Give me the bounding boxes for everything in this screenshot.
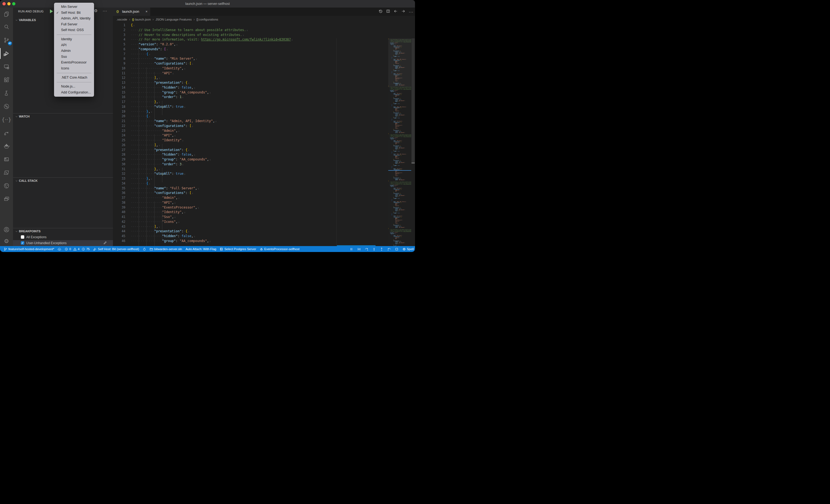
search-icon[interactable] bbox=[0, 21, 13, 33]
breadcrumb-separator: › bbox=[129, 18, 130, 21]
window-layers-icon[interactable] bbox=[0, 193, 13, 206]
status-item-flame[interactable] bbox=[143, 247, 146, 251]
menu-separator bbox=[57, 82, 91, 82]
menu-item--net-core-attach[interactable]: .NET Core Attach bbox=[54, 75, 94, 81]
tab-launch-json[interactable]: {} launch.json × bbox=[113, 7, 150, 16]
menu-item-node-js-[interactable]: Node.js... bbox=[54, 84, 94, 90]
status-item-eventsprocessor-selfhost[interactable]: EventsProcessor-selfhost bbox=[260, 247, 299, 251]
pencil-icon[interactable] bbox=[103, 241, 107, 245]
debug-control-step-into-icon[interactable] bbox=[372, 247, 376, 251]
debug-control-step-out-icon[interactable] bbox=[380, 247, 383, 251]
code-line: ····"version":·"0.2.0",↓ bbox=[131, 42, 293, 47]
scm-badge: 47 bbox=[8, 41, 12, 45]
menu-item-self-host-bit[interactable]: ✓Self Host: Bit bbox=[54, 10, 94, 16]
status-item-spell-checker[interactable]: ⚙Spell bbox=[403, 247, 414, 251]
testing-icon[interactable] bbox=[0, 87, 13, 100]
code-content: {↓····//·Use·IntelliSense·to·learn·about… bbox=[131, 23, 293, 244]
editor-scrollbar[interactable] bbox=[411, 38, 415, 246]
menu-item-admin-api-identity[interactable]: Admin, API, Identity bbox=[54, 16, 94, 22]
gear-icon[interactable]: ⚙ bbox=[94, 8, 98, 13]
code-line: ····//·Hover·to·view·descriptions·of·exi… bbox=[131, 33, 293, 38]
menu-item-identity[interactable]: Identity bbox=[54, 36, 94, 42]
code-line: ········{↓ bbox=[131, 52, 293, 57]
code-line: ················"API",↓ bbox=[131, 133, 293, 138]
code-editor[interactable]: 1234567891011121314151617181920212223242… bbox=[113, 23, 415, 246]
code-line: ················"hidden":·false,↓ bbox=[131, 86, 293, 90]
status-item-4[interactable]: 4 bbox=[73, 247, 79, 251]
minimap[interactable]: {↓····//·Use·IntelliSense·to·learn·about… bbox=[388, 38, 411, 246]
status-item-0[interactable]: 0 bbox=[65, 247, 71, 251]
indent-guide bbox=[154, 72, 155, 125]
status-item-75[interactable]: 75 bbox=[82, 247, 90, 251]
navigate-back-icon[interactable] bbox=[394, 9, 398, 14]
code-line: ············"name":·"Min·Server",↓ bbox=[131, 57, 293, 61]
section-header-watch[interactable]: WATCH bbox=[13, 114, 113, 120]
status-item-cloud-upload[interactable] bbox=[58, 247, 61, 251]
dev-container-icon[interactable] bbox=[0, 153, 13, 166]
status-item-self-host-bit-server-selfhost[interactable]: Self Host: Bit (server-selfhost) bbox=[93, 247, 139, 251]
code-line: ················"order":·3↓ bbox=[131, 162, 293, 167]
timeline-history-icon[interactable] bbox=[379, 9, 383, 14]
debug-control-pause-icon[interactable] bbox=[350, 247, 353, 251]
sidebar-title: RUN AND DEBUG bbox=[18, 10, 43, 13]
menu-item-eventsprocessor[interactable]: EventsProcessor bbox=[54, 60, 94, 66]
chevron-down-icon bbox=[15, 19, 18, 22]
source-control-icon[interactable]: 47 bbox=[0, 34, 13, 47]
menu-item-self-host-oss[interactable]: Self Host: OSS bbox=[54, 27, 94, 33]
code-line: ················"group":·"AA_compounds",… bbox=[131, 90, 293, 95]
checkbox[interactable]: ✓ bbox=[21, 241, 24, 245]
debug-control-continue-icon[interactable] bbox=[357, 247, 361, 251]
powershell-icon[interactable] bbox=[0, 166, 13, 179]
scrollbar-slider[interactable] bbox=[412, 38, 415, 163]
status-item-bitwarden-server-sln[interactable]: bitwarden-server.sln bbox=[150, 247, 182, 251]
section-separator bbox=[13, 228, 113, 228]
navigate-forward-icon[interactable] bbox=[401, 9, 405, 14]
more-actions-icon[interactable]: ··· bbox=[409, 9, 413, 14]
code-line: ················"EventsProcessor",↓ bbox=[131, 205, 293, 210]
extensions-icon[interactable] bbox=[0, 73, 13, 87]
menu-item-admin[interactable]: Admin bbox=[54, 48, 94, 54]
menu-item-sso[interactable]: Sso bbox=[54, 54, 94, 60]
debug-control-step-over-icon[interactable] bbox=[365, 247, 368, 251]
run-and-debug-icon[interactable] bbox=[0, 47, 13, 60]
menu-item-add-configuration-[interactable]: Add Configuration... bbox=[54, 90, 94, 96]
status-item-feature-self-hosted-development[interactable]: feature/self-hosted-development* bbox=[4, 247, 54, 251]
section-header-breakpoints[interactable]: BREAKPOINTS bbox=[13, 229, 113, 234]
breadcrumb-item-launch-json[interactable]: {} launch.json bbox=[132, 18, 151, 21]
debug-control-step-back-icon[interactable] bbox=[387, 247, 391, 251]
code-line: ················"Identity",↓ bbox=[131, 66, 293, 71]
breakpoint-row-user-unhandled-exceptions[interactable]: ✓ User-Unhandled Exceptions bbox=[13, 240, 113, 246]
account-icon[interactable] bbox=[0, 223, 13, 236]
live-share-icon[interactable] bbox=[0, 126, 13, 139]
breadcrumb-item-json-language-features[interactable]: JSON Language Features bbox=[156, 18, 192, 21]
status-item-auto-attach-with-flag[interactable]: Auto Attach: With Flag bbox=[186, 247, 216, 250]
status-item-select-postgres-server[interactable]: Select Postgres Server bbox=[220, 247, 256, 251]
menu-item-icons[interactable]: Icons bbox=[54, 66, 94, 72]
breadcrumb-item-configurations[interactable]: [ ] configurations bbox=[196, 18, 218, 21]
breakpoint-row-all-exceptions[interactable]: All Exceptions bbox=[13, 234, 113, 240]
indent-guide bbox=[162, 81, 162, 91]
section-separator bbox=[13, 113, 113, 113]
json-file-icon: {} bbox=[117, 10, 119, 13]
close-tab-icon[interactable]: × bbox=[146, 9, 148, 13]
remote-explorer-icon[interactable] bbox=[0, 60, 13, 73]
docker-icon[interactable] bbox=[0, 140, 13, 153]
debug-control-stop-icon[interactable] bbox=[395, 247, 398, 251]
section-separator bbox=[13, 177, 113, 178]
code-braces-icon[interactable]: {··} bbox=[0, 113, 13, 126]
explorer-icon[interactable] bbox=[0, 7, 13, 21]
settings-gear-icon[interactable]: ⚙ bbox=[0, 235, 13, 248]
section-header-call-stack[interactable]: CALL STACK bbox=[13, 178, 113, 184]
menu-item-full-server[interactable]: Full Server bbox=[54, 22, 94, 28]
more-actions-icon[interactable]: ··· bbox=[103, 9, 107, 13]
breadcrumb-item--vscode[interactable]: .vscode bbox=[117, 18, 127, 21]
split-editor-icon[interactable] bbox=[386, 9, 390, 14]
menu-item-api[interactable]: API bbox=[54, 42, 94, 48]
git-graph-icon[interactable] bbox=[0, 100, 13, 113]
start-debug-button[interactable] bbox=[50, 9, 53, 13]
menu-item-min-server[interactable]: Min Server bbox=[54, 4, 94, 10]
checkbox[interactable] bbox=[21, 235, 24, 239]
postgresql-icon[interactable] bbox=[0, 179, 13, 192]
launch-config-dropdown-menu: Min Server✓Self Host: BitAdmin, API, Ide… bbox=[54, 3, 94, 97]
code-line: ····//·For·more·information,·visit:·http… bbox=[131, 37, 293, 42]
